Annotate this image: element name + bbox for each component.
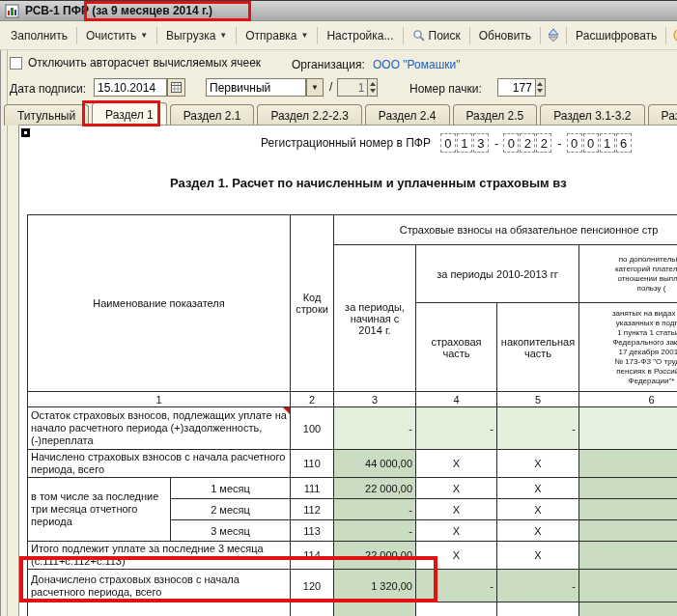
tab-razdel-3-1-3-2[interactable]: Раздел 3.1-3.2: [540, 104, 644, 126]
colnum-1: 1: [28, 392, 291, 407]
organization-value[interactable]: ООО "Ромашки": [373, 58, 461, 71]
window-title: РСВ-1 ПФР (за 9 месяцев 2014 г.): [25, 4, 212, 17]
tab-razdel-2-5[interactable]: Раздел 2.5: [453, 104, 538, 126]
header-col5: накопительная часть: [497, 303, 579, 392]
row-code: 114: [291, 542, 334, 570]
header-contributions-group: Страховые взносы на обязательное пенсион…: [334, 215, 677, 245]
autocalc-label: Отключить авторасчет вычисляемых ячеек: [28, 56, 261, 70]
step-up-icon: [370, 82, 376, 86]
cell-value[interactable]: 44 000,00: [334, 450, 416, 478]
sign-date-input[interactable]: [94, 78, 167, 97]
cell-value[interactable]: [579, 407, 677, 450]
stepper-buttons[interactable]: [536, 78, 546, 97]
batch-number-stepper[interactable]: [497, 78, 546, 97]
colnum-4: 4: [416, 392, 497, 407]
regnum-digit[interactable]: 2: [536, 133, 551, 153]
regnum-digit[interactable]: 6: [616, 133, 632, 153]
cell-value[interactable]: [579, 520, 677, 542]
cell-value[interactable]: [334, 602, 416, 616]
section-title: Раздел 1. Расчет по начисленным и уплаче…: [170, 176, 567, 190]
calendar-button[interactable]: [167, 78, 185, 97]
regnum-digit[interactable]: 0: [503, 133, 519, 153]
section1-table: Наименование показателя Код строки Страх…: [27, 214, 677, 616]
cell-blocked: X: [497, 542, 579, 570]
separator: [156, 27, 157, 44]
tab-razdel-2-2-2-3[interactable]: Раздел 2.2-2.3: [257, 104, 361, 126]
cell-value[interactable]: [579, 499, 677, 520]
cell-value[interactable]: -: [334, 520, 416, 542]
search-button[interactable]: Поиск: [406, 25, 467, 46]
regnum-digit[interactable]: 3: [473, 133, 489, 153]
cell-value[interactable]: [579, 570, 677, 602]
export-button[interactable]: Выгрузка▼: [159, 25, 234, 46]
cell-blocked: X: [416, 520, 497, 542]
header-col6-bottom: занятых на видах раб указанных в подпун …: [579, 303, 677, 392]
regnum-digit[interactable]: 0: [583, 133, 599, 153]
report-icon: [5, 4, 19, 18]
cell-value[interactable]: [579, 450, 677, 478]
tab-razdel-2-1[interactable]: Раздел 2.1: [170, 104, 255, 126]
batch-number-label: Номер пачки:: [409, 82, 482, 96]
batch-number-input[interactable]: [497, 78, 536, 97]
cell-value[interactable]: -: [416, 407, 497, 450]
stepper-buttons[interactable]: [368, 78, 378, 97]
row-name: Начислено страховых взносов с начала рас…: [28, 450, 291, 478]
decrypt-button[interactable]: Расшифровать: [569, 25, 663, 46]
chevron-down-icon: ▼: [140, 32, 148, 40]
help-button[interactable]: ?: [668, 25, 677, 45]
cell-blocked: X: [497, 450, 579, 478]
separator: [403, 27, 404, 44]
cell-value[interactable]: 1 320,00: [334, 570, 416, 602]
cell-blocked: X: [497, 499, 579, 520]
autocalc-row: Отключить авторасчет вычисляемых ячеек: [10, 56, 261, 70]
registration-number-row: Регистрационный номер в ПФР 0 1 3 - 0 2 …: [261, 133, 633, 153]
sort-button[interactable]: [543, 25, 564, 45]
separator: [665, 27, 666, 44]
correction-number-input[interactable]: [337, 78, 368, 97]
fill-button[interactable]: Заполнить: [4, 25, 74, 46]
cell-value[interactable]: -: [497, 407, 579, 450]
cell-value[interactable]: -: [497, 570, 579, 602]
header-code: Код строки: [291, 215, 334, 392]
clear-button[interactable]: Очистить▼: [79, 25, 155, 46]
row-code: 113: [291, 520, 334, 542]
window-inner-frame: [7, 50, 8, 616]
cell-blocked: X: [416, 450, 497, 478]
table-row: в том числе, с сумм, превышающих: [28, 602, 677, 616]
autocalc-checkbox[interactable]: [10, 57, 22, 70]
cell-value[interactable]: [579, 478, 677, 499]
tab-razdel-3-3-3-4[interactable]: Раздел 3.3-3.4: [648, 104, 677, 126]
cell-value[interactable]: 22 000,00: [334, 478, 416, 499]
regnum-digit[interactable]: 0: [440, 133, 456, 153]
step-up-icon: [537, 82, 543, 86]
colnum-2: 2: [291, 392, 334, 407]
send-button[interactable]: Отправка▼: [239, 25, 315, 46]
settings-button[interactable]: Настройка...: [320, 25, 400, 46]
refresh-button[interactable]: Обновить: [472, 25, 538, 46]
cell-value[interactable]: -: [334, 499, 416, 520]
toolbar: Заполнить Очистить▼ Выгрузка▼ Отправка▼ …: [0, 21, 677, 50]
cell-blocked: X: [416, 478, 497, 499]
tab-razdel-2-4[interactable]: Раздел 2.4: [365, 104, 450, 126]
regnum-digit[interactable]: 2: [520, 133, 535, 153]
row-name: в том числе, с сумм, превышающих: [28, 602, 291, 616]
regnum-digit[interactable]: 0: [567, 133, 582, 153]
doc-type-select[interactable]: [206, 78, 306, 97]
report-window: РСВ-1 ПФР (за 9 месяцев 2014 г.) Заполни…: [0, 0, 677, 616]
report-form-area: Регистрационный номер в ПФР 0 1 3 - 0 2 …: [18, 125, 677, 616]
tab-razdel-1[interactable]: Раздел 1: [92, 102, 167, 126]
cell-value[interactable]: -: [416, 570, 497, 602]
regnum-digit[interactable]: 1: [600, 133, 615, 153]
header-name: Наименование показателя: [28, 215, 291, 392]
regnum-digit[interactable]: 1: [457, 133, 472, 153]
doc-type-dropdown-button[interactable]: ▼: [306, 78, 324, 97]
cell-value[interactable]: 22 000,00: [334, 542, 416, 570]
cell-value[interactable]: -: [334, 407, 416, 450]
cell-value[interactable]: [579, 602, 677, 616]
cell-blocked: X: [416, 499, 497, 520]
correction-number-stepper[interactable]: [337, 78, 378, 97]
cell-value[interactable]: [579, 542, 677, 570]
tab-titulnyj[interactable]: Титульный: [4, 104, 89, 126]
row-code: 112: [291, 499, 334, 520]
table-row-120: Доначислено страховых взносов с начала р…: [28, 570, 677, 602]
